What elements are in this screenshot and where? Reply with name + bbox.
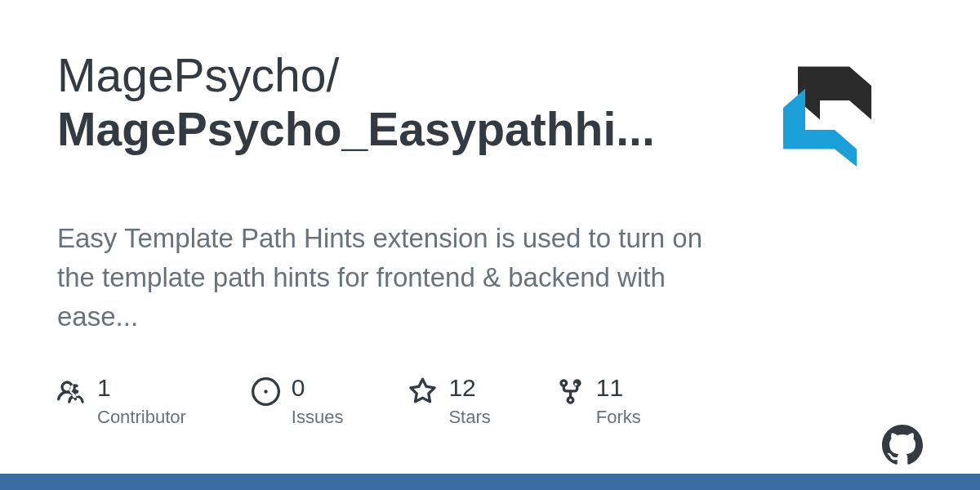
stat-issues: 0 Issues — [252, 376, 344, 428]
star-icon — [408, 377, 437, 406]
stat-contributors: 1 Contributor — [57, 376, 186, 428]
issues-label: Issues — [292, 407, 344, 428]
fork-icon — [556, 377, 585, 406]
repo-title: MagePsycho/ MagePsycho_Easypathhi... — [57, 49, 735, 156]
header: MagePsycho/ MagePsycho_Easypathhi... — [57, 49, 923, 196]
github-logo-icon — [882, 425, 923, 466]
issues-count: 0 — [292, 376, 344, 400]
repo-owner: MagePsycho/ — [57, 49, 339, 101]
stat-forks: 11 Forks — [556, 376, 641, 428]
title-section: MagePsycho/ MagePsycho_Easypathhi... — [57, 49, 735, 156]
stat-stars: 12 Stars — [408, 376, 490, 428]
repo-name: MagePsycho_Easypathhi... — [57, 103, 735, 157]
issues-icon — [252, 377, 280, 406]
stats-row: 1 Contributor 0 Issues 12 Stars — [57, 376, 923, 428]
forks-count: 11 — [596, 376, 641, 400]
project-logo — [776, 49, 923, 196]
contributors-label: Contributor — [97, 407, 186, 428]
contributors-icon — [57, 377, 86, 406]
repo-description: Easy Template Path Hints extension is us… — [57, 219, 719, 336]
stars-count: 12 — [448, 376, 490, 400]
stars-label: Stars — [448, 407, 490, 428]
forks-label: Forks — [596, 407, 641, 428]
bottom-accent-bar — [0, 474, 980, 490]
contributors-count: 1 — [97, 376, 186, 400]
